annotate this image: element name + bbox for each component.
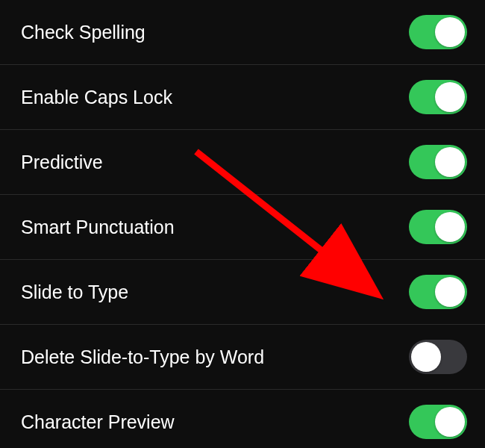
keyboard-settings-list: Check Spelling Enable Caps Lock Predicti… [0, 0, 485, 448]
setting-row-delete-slide-to-type-by-word: Delete Slide-to-Type by Word [0, 325, 485, 390]
toggle-knob [435, 147, 465, 177]
toggle-smart-punctuation[interactable] [409, 210, 467, 244]
setting-label: Slide to Type [21, 281, 128, 303]
toggle-knob [435, 407, 465, 437]
setting-row-predictive: Predictive [0, 130, 485, 195]
setting-label: Delete Slide-to-Type by Word [21, 346, 264, 368]
toggle-slide-to-type[interactable] [409, 275, 467, 309]
toggle-check-spelling[interactable] [409, 15, 467, 49]
toggle-predictive[interactable] [409, 145, 467, 179]
setting-row-character-preview: Character Preview [0, 390, 485, 448]
setting-row-enable-caps-lock: Enable Caps Lock [0, 65, 485, 130]
toggle-delete-slide-to-type-by-word[interactable] [409, 340, 467, 374]
setting-label: Enable Caps Lock [21, 87, 172, 108]
setting-row-slide-to-type: Slide to Type [0, 260, 485, 325]
setting-row-smart-punctuation: Smart Punctuation [0, 195, 485, 260]
setting-row-check-spelling: Check Spelling [0, 0, 485, 65]
toggle-knob [411, 342, 441, 372]
toggle-character-preview[interactable] [409, 405, 467, 439]
toggle-knob [435, 82, 465, 112]
setting-label: Check Spelling [21, 22, 146, 43]
toggle-knob [435, 212, 465, 242]
toggle-enable-caps-lock[interactable] [409, 80, 467, 114]
toggle-knob [435, 17, 465, 47]
setting-label: Smart Punctuation [21, 217, 175, 238]
setting-label: Character Preview [21, 411, 175, 433]
toggle-knob [435, 277, 465, 307]
setting-label: Predictive [21, 152, 103, 173]
